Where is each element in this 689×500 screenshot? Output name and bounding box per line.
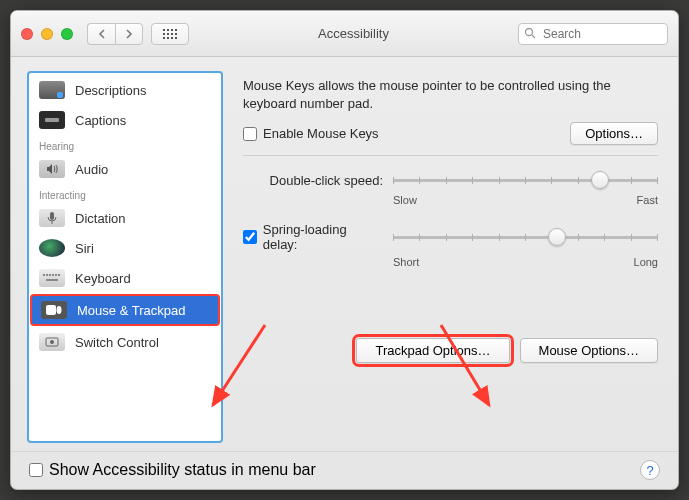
show-status-label: Show Accessibility status in menu bar [49,461,316,479]
siri-icon [39,239,65,257]
sidebar: Descriptions Captions Hearing Audio Inte… [27,71,223,443]
sidebar-item-label: Audio [75,162,108,177]
mouse-options-button[interactable]: Mouse Options… [520,338,658,363]
svg-line-1 [532,35,535,38]
mouse-keys-options-button[interactable]: Options… [570,122,658,145]
svg-rect-2 [50,212,54,220]
sidebar-category-hearing: Hearing [29,135,221,154]
close-window-button[interactable] [21,28,33,40]
double-click-max-label: Fast [637,194,658,206]
mouse-trackpad-icon [41,301,67,319]
search-input[interactable] [518,23,668,45]
spring-loading-slider[interactable] [393,227,658,247]
window-title: Accessibility [197,26,510,41]
keyboard-icon [39,269,65,287]
sidebar-item-label: Descriptions [75,83,147,98]
descriptions-icon [39,81,65,99]
main-panel: Mouse Keys allows the mouse pointer to b… [237,71,662,443]
svg-rect-8 [58,274,60,276]
svg-point-11 [57,306,62,314]
spring-loading-input[interactable] [243,230,257,244]
enable-mouse-keys-checkbox[interactable]: Enable Mouse Keys [243,126,379,141]
sidebar-item-label: Dictation [75,211,126,226]
accessibility-window: Accessibility Descriptions Captions Hear… [10,10,679,490]
slider-knob[interactable] [548,228,566,246]
nav-segment [87,23,143,45]
sidebar-item-siri[interactable]: Siri [29,233,221,263]
minimize-window-button[interactable] [41,28,53,40]
mouse-keys-description: Mouse Keys allows the mouse pointer to b… [243,77,658,112]
svg-rect-3 [43,274,45,276]
svg-line-15 [441,325,489,405]
search-wrapper [518,23,668,45]
sidebar-category-interacting: Interacting [29,184,221,203]
spring-min-label: Short [393,256,419,268]
back-button[interactable] [87,23,115,45]
show-status-input[interactable] [29,463,43,477]
svg-rect-10 [46,305,56,315]
captions-icon [39,111,65,129]
spring-loading-checkbox[interactable]: Spring-loading delay: [243,222,383,252]
sidebar-item-keyboard[interactable]: Keyboard [29,263,221,293]
annotation-arrow-icon [437,321,497,411]
zoom-window-button[interactable] [61,28,73,40]
sidebar-item-switch-control[interactable]: Switch Control [29,327,221,357]
search-icon [524,27,536,39]
svg-rect-4 [46,274,48,276]
forward-button[interactable] [115,23,143,45]
titlebar: Accessibility [11,11,678,57]
sidebar-item-mouse-trackpad[interactable]: Mouse & Trackpad [31,295,219,325]
svg-point-0 [526,28,533,35]
sidebar-item-captions[interactable]: Captions [29,105,221,135]
divider [243,155,658,156]
window-controls [21,28,73,40]
sidebar-item-audio[interactable]: Audio [29,154,221,184]
sidebar-item-label: Captions [75,113,126,128]
sidebar-item-label: Mouse & Trackpad [77,303,185,318]
double-click-min-label: Slow [393,194,417,206]
switch-control-icon [39,333,65,351]
show-status-checkbox[interactable]: Show Accessibility status in menu bar [29,461,316,479]
svg-rect-9 [46,279,58,281]
dictation-icon [39,209,65,227]
sidebar-item-dictation[interactable]: Dictation [29,203,221,233]
sidebar-item-descriptions[interactable]: Descriptions [29,75,221,105]
audio-icon [39,160,65,178]
enable-mouse-keys-label: Enable Mouse Keys [263,126,379,141]
content-area: Descriptions Captions Hearing Audio Inte… [11,57,678,451]
sidebar-item-label: Siri [75,241,94,256]
enable-mouse-keys-input[interactable] [243,127,257,141]
double-click-speed-label: Double-click speed: [243,173,383,188]
sidebar-item-label: Switch Control [75,335,159,350]
grid-icon [163,29,177,39]
double-click-speed-slider[interactable] [393,170,658,190]
svg-point-13 [50,340,54,344]
svg-rect-7 [55,274,57,276]
footer: Show Accessibility status in menu bar ? [11,451,678,488]
spring-max-label: Long [634,256,658,268]
svg-rect-6 [52,274,54,276]
spring-loading-label: Spring-loading delay: [263,222,383,252]
help-button[interactable]: ? [640,460,660,480]
svg-rect-5 [49,274,51,276]
chevron-right-icon [125,29,133,39]
trackpad-options-button[interactable]: Trackpad Options… [356,338,509,363]
show-all-button[interactable] [151,23,189,45]
slider-knob[interactable] [591,171,609,189]
sidebar-item-label: Keyboard [75,271,131,286]
chevron-left-icon [98,29,106,39]
